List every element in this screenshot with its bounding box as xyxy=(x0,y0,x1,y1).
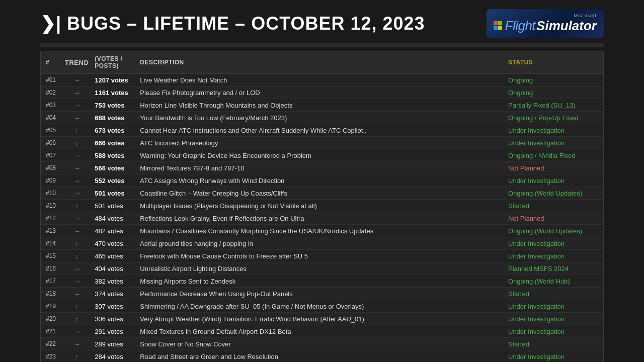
row-description: Mirrored Textures 787-8 and 787-10 xyxy=(137,162,505,174)
row-trend: ↑ xyxy=(62,200,92,212)
row-votes: 688 votes xyxy=(92,112,137,124)
row-votes: 306 votes xyxy=(92,313,137,325)
row-status: Ongoing xyxy=(505,74,603,86)
chevron-icon: ❯ xyxy=(40,13,56,34)
table-row: #04 → 688 votes Your Bandwidth is Too Lo… xyxy=(41,112,603,124)
row-trend: ↑ xyxy=(62,124,92,137)
row-status: Under Investigation xyxy=(505,250,603,262)
logo-simulator-text: Simulator xyxy=(536,18,597,34)
row-votes: 374 votes xyxy=(92,288,137,300)
row-status: Under Investigation xyxy=(505,237,603,250)
table-row: #07 → 588 votes Warning: Your Graphic De… xyxy=(41,149,603,162)
row-description: Please Fix Photogrammetry and / or LOD xyxy=(137,86,505,99)
row-trend: → xyxy=(62,162,92,174)
table-row: #20 ↑ 306 votes Very Abrupt Weather (Win… xyxy=(41,313,603,325)
row-num: #01 xyxy=(41,74,62,86)
row-trend: → xyxy=(62,149,92,162)
row-votes: 501 votes xyxy=(92,187,137,200)
row-description: Freelook with Mouse Cause Controls to Fr… xyxy=(137,250,505,262)
row-status: Under Investigation xyxy=(505,300,603,313)
row-description: Your Bandwidth is Too Low (February/Marc… xyxy=(137,112,505,124)
row-votes: 284 votes xyxy=(92,350,137,363)
table-row: #03 → 753 votes Horizon Line Visible Thr… xyxy=(41,99,603,112)
row-description: Snow Cover or No Snow Cover xyxy=(137,338,505,350)
logo-area: Microsoft Flight Simulator xyxy=(487,9,604,38)
row-description: Aerial ground tiles hanging / popping in xyxy=(137,237,505,250)
bugs-table: # TREND (VOTES / POSTS) DESCRIPTION STAT… xyxy=(41,51,603,362)
row-votes: 291 votes xyxy=(92,325,137,338)
row-votes: 1161 votes xyxy=(92,86,137,99)
row-votes: 501 votes xyxy=(92,200,137,212)
row-status: Under Investigation xyxy=(505,350,603,363)
table-row: #18 → 374 votes Performance Decrease Whe… xyxy=(41,288,603,300)
row-description: Coastline Glitch – Water Creeping Up Coa… xyxy=(137,187,505,200)
table-row: #09 → 552 votes ATC Assigns Wrong Runway… xyxy=(41,174,603,187)
row-trend: ↑ xyxy=(62,300,92,313)
row-status: Under Investigation xyxy=(505,325,603,338)
row-description: Road and Street are Green and Low Resolu… xyxy=(137,350,505,363)
row-votes: 753 votes xyxy=(92,99,137,112)
table-row: #01 → 1207 votes Live Weather Does Not M… xyxy=(41,74,603,86)
row-num: #02 xyxy=(41,86,62,99)
row-votes: 470 votes xyxy=(92,237,137,250)
row-num: #18 xyxy=(41,288,62,300)
table-row: #21 → 291 votes Mixed Textures in Ground… xyxy=(41,325,603,338)
table-row: #23 ↑ 284 votes Road and Street are Gree… xyxy=(41,350,603,363)
ms-logo-icon xyxy=(494,21,503,30)
row-trend: → xyxy=(62,275,92,288)
row-num: #12 xyxy=(41,212,62,225)
table-row: #19 ↑ 307 votes Shimmering / AA Downgrad… xyxy=(41,300,603,313)
row-description: ATC Assigns Wrong Runways with Wind Dire… xyxy=(137,174,505,187)
bugs-table-container: # TREND (VOTES / POSTS) DESCRIPTION STAT… xyxy=(40,51,604,362)
row-status: Planned MSFS 2024 xyxy=(505,262,603,275)
row-trend: → xyxy=(62,325,92,338)
col-header-status: STATUS xyxy=(505,51,603,74)
row-description: Shimmering / AA Downgrade after SU_05 (I… xyxy=(137,300,505,313)
row-trend: → xyxy=(62,187,92,200)
row-num: #21 xyxy=(41,325,62,338)
row-num: #10 xyxy=(41,200,62,212)
flight-simulator-logo: Microsoft Flight Simulator xyxy=(487,9,604,38)
row-num: #16 xyxy=(41,262,62,275)
row-num: #20 xyxy=(41,313,62,325)
row-num: #22 xyxy=(41,338,62,350)
row-votes: 566 votes xyxy=(92,162,137,174)
row-votes: 404 votes xyxy=(92,262,137,275)
row-status: Ongoing / Pop-Up Fixed xyxy=(505,112,603,124)
row-trend: → xyxy=(62,174,92,187)
col-header-desc: DESCRIPTION xyxy=(137,51,505,74)
table-row: #08 → 566 votes Mirrored Textures 787-8 … xyxy=(41,162,603,174)
row-status: Partially Fixed (SU_13) xyxy=(505,99,603,112)
table-row: #22 → 289 votes Snow Cover or No Snow Co… xyxy=(41,338,603,350)
row-trend: → xyxy=(62,74,92,86)
row-status: Ongoing xyxy=(505,86,603,99)
row-votes: 484 votes xyxy=(92,212,137,225)
svg-rect-2 xyxy=(494,26,498,30)
row-votes: 482 votes xyxy=(92,225,137,237)
table-row: #15 ↓ 465 votes Freelook with Mouse Caus… xyxy=(41,250,603,262)
row-trend: → xyxy=(62,112,92,124)
row-description: Mixed Textures in Ground Default Airport… xyxy=(137,325,505,338)
row-status: Not Planned xyxy=(505,162,603,174)
row-status: Started xyxy=(505,338,603,350)
row-description: Performance Decrease When Using Pop-Out … xyxy=(137,288,505,300)
row-num: #07 xyxy=(41,149,62,162)
row-description: Missing Airports Sent to Zendesk xyxy=(137,275,505,288)
row-votes: 307 votes xyxy=(92,300,137,313)
table-body: #01 → 1207 votes Live Weather Does Not M… xyxy=(41,74,603,363)
row-votes: 1207 votes xyxy=(92,74,137,86)
col-header-num: # xyxy=(41,51,62,74)
row-trend: ↓ xyxy=(62,250,92,262)
row-num: #05 xyxy=(41,124,62,137)
row-status: Not Planned xyxy=(505,212,603,225)
row-trend: ↑ xyxy=(62,237,92,250)
row-trend: → xyxy=(62,225,92,237)
table-row: #16 → 404 votes Unrealistic Airport Ligh… xyxy=(41,262,603,275)
row-trend: → xyxy=(62,99,92,112)
row-num: #06 xyxy=(41,137,62,149)
table-row: #10 → 501 votes Coastline Glitch – Water… xyxy=(41,187,603,200)
row-num: #08 xyxy=(41,162,62,174)
table-row: #05 ↑ 673 votes Cannot Hear ATC Instruct… xyxy=(41,124,603,137)
row-trend: ↓ xyxy=(62,137,92,149)
table-header: # TREND (VOTES / POSTS) DESCRIPTION STAT… xyxy=(41,51,603,74)
